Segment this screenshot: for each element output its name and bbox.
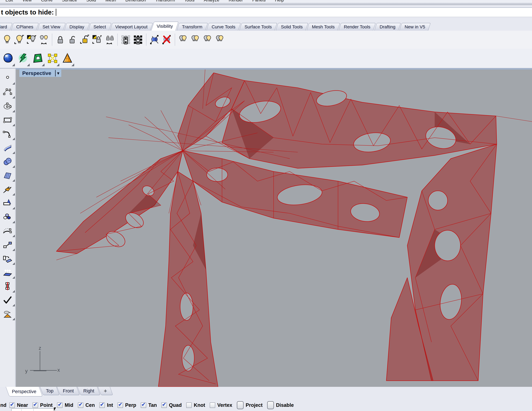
viewport-tab-front[interactable]: Front — [57, 387, 80, 395]
tab-new-in-v5[interactable]: New in V5 — [399, 23, 431, 31]
isolate-objects-button[interactable] — [148, 32, 161, 47]
tab-cplanes[interactable]: CPlanes — [11, 23, 39, 31]
tab-viewport-layout[interactable]: Viewport Layout — [110, 23, 153, 31]
show-layer-objects-button[interactable] — [189, 32, 201, 47]
rebuild-curve-button[interactable] — [0, 224, 15, 238]
lock-objects-button[interactable] — [54, 32, 66, 47]
control-points-off-button[interactable] — [120, 32, 132, 47]
tab-render-tools[interactable]: Render Tools — [339, 23, 376, 31]
mesh-sphere-button[interactable] — [1, 49, 16, 67]
chevron-down-icon[interactable]: ▾ — [57, 71, 59, 76]
hide-objects-button[interactable] — [1, 32, 13, 47]
render-shade-button[interactable] — [0, 307, 15, 321]
viewport-tab-top[interactable]: Top — [40, 387, 59, 395]
menu-item[interactable]: Surface — [62, 0, 77, 3]
menu-item[interactable]: Edit — [6, 0, 13, 3]
trim-tool-button[interactable] — [0, 196, 15, 210]
control-point-curve-button[interactable] — [0, 85, 15, 99]
check-tool-button[interactable] — [0, 293, 15, 307]
swap-locked-objects-button[interactable] — [103, 32, 115, 47]
solid-tool-button[interactable] — [0, 155, 15, 168]
flyout-arrow-icon — [12, 96, 15, 98]
show-selected-objects-button[interactable] — [26, 32, 38, 47]
menu-item[interactable]: View — [22, 0, 32, 3]
point-cloud-button[interactable] — [0, 210, 15, 224]
command-prompt-text: t objects to hide: — [1, 9, 54, 16]
tab-drafting[interactable]: Drafting — [374, 23, 401, 31]
cen-checkbox[interactable]: ✔ — [78, 402, 83, 408]
rectangle-tool-button[interactable] — [0, 113, 15, 127]
perp-checkbox[interactable]: ✔ — [117, 402, 123, 408]
flyout-arrow-icon — [12, 82, 15, 85]
command-input[interactable]: t objects to hide: — [0, 7, 532, 17]
show-objects-button[interactable] — [13, 32, 26, 47]
control-points-on-button[interactable] — [132, 32, 144, 47]
menu-item[interactable]: Tools — [184, 0, 194, 3]
mesh-box-button[interactable] — [30, 49, 45, 67]
mesh-sphere-icon — [2, 53, 14, 64]
unlock-selected-objects-button[interactable] — [79, 32, 91, 47]
project-toggle[interactable] — [237, 401, 244, 409]
menu-item[interactable]: Analyze — [204, 0, 219, 3]
tab-standard[interactable]: dard — [0, 23, 13, 31]
move-copy-button[interactable] — [0, 238, 15, 252]
near-checkbox[interactable]: ✔ — [9, 402, 15, 408]
int-checkbox[interactable]: ✔ — [99, 402, 105, 408]
perspective-viewport[interactable]: Perspective ▾ z x y — [16, 68, 532, 387]
tab-transform[interactable]: Transform — [177, 23, 208, 31]
rotate-tool-button[interactable] — [0, 252, 15, 265]
tan-checkbox[interactable]: ✔ — [141, 402, 146, 408]
menu-item[interactable]: Curve — [41, 0, 53, 3]
flyout-arrow-icon — [12, 276, 15, 279]
tab-mesh-tools[interactable]: Mesh Tools — [307, 23, 340, 31]
array-tool-button[interactable] — [0, 279, 15, 293]
surface-tool-button[interactable] — [0, 141, 15, 155]
menu-item[interactable]: Transform — [155, 0, 175, 3]
point-checkbox[interactable]: ✔ — [33, 402, 38, 408]
menu-item[interactable]: Solid — [86, 0, 96, 3]
tab-select[interactable]: Select — [88, 23, 111, 31]
tab-curve-tools[interactable]: Curve Tools — [206, 23, 241, 31]
lock-open-icon — [67, 35, 78, 45]
point-icon — [3, 74, 12, 83]
point-tool-button[interactable] — [0, 71, 15, 85]
swap-hidden-objects-button[interactable] — [38, 32, 50, 47]
lock-swap-button[interactable] — [91, 32, 103, 47]
mesh-from-surface-button[interactable] — [16, 49, 30, 67]
tab-set-view[interactable]: Set View — [37, 23, 66, 31]
circle-tool-button[interactable] — [0, 99, 15, 113]
menu-item[interactable]: Render — [228, 0, 243, 3]
menu-item[interactable]: Help — [275, 0, 284, 3]
mesh-cone-button[interactable] — [60, 49, 75, 67]
quad-checkbox[interactable]: ✔ — [161, 402, 167, 408]
tab-surface-tools[interactable]: Surface Tools — [239, 23, 277, 31]
mid-checkbox[interactable]: ✔ — [57, 402, 63, 408]
viewport-tab-perspective[interactable]: Perspective — [6, 387, 43, 396]
menu-item[interactable]: Panels — [252, 0, 266, 3]
viewport-tab-right[interactable]: Right — [77, 387, 100, 395]
arc-tool-button[interactable] — [0, 127, 15, 141]
hide-layer-objects-button[interactable] — [177, 32, 189, 47]
add-viewport-tab-button[interactable]: + — [98, 387, 113, 395]
menu-item[interactable]: Mesh — [105, 0, 116, 3]
osnap-perp: ✔ Perp — [117, 402, 136, 408]
unisolate-objects-button[interactable] — [161, 32, 173, 47]
mesh-plane-icon — [3, 171, 12, 180]
viewport-title[interactable]: Perspective ▾ — [19, 69, 61, 77]
mesh-control-points-button[interactable] — [45, 49, 60, 67]
mesh-tool-button[interactable] — [0, 168, 15, 182]
menu-item[interactable]: Dimension — [125, 0, 146, 3]
knot-checkbox[interactable] — [186, 402, 192, 408]
flyout-arrow-icon — [12, 262, 15, 265]
extrude-surface-button[interactable] — [0, 265, 15, 279]
hide-layers-in-detail-button[interactable] — [201, 32, 214, 47]
tab-display[interactable]: Display — [64, 23, 90, 31]
tab-visibility[interactable]: Visibility — [151, 22, 179, 31]
vertex-checkbox[interactable] — [210, 402, 215, 408]
osnap-vertex: Vertex — [210, 402, 232, 408]
tab-solid-tools[interactable]: Solid Tools — [276, 23, 308, 31]
disable-toggle[interactable] — [267, 401, 274, 409]
explode-tool-button[interactable] — [0, 182, 15, 196]
show-layers-in-detail-button[interactable] — [214, 32, 226, 47]
unlock-objects-button[interactable] — [66, 32, 79, 47]
